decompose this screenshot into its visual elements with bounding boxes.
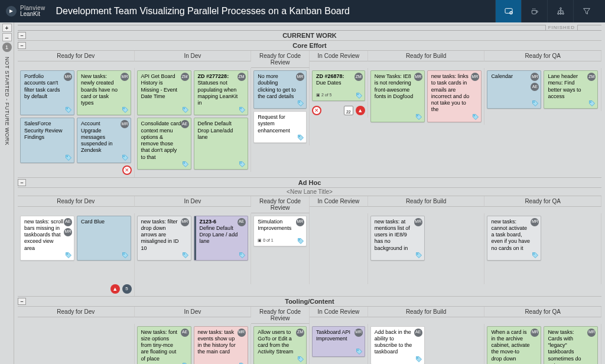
col-in-cr[interactable]: In Code Review xyxy=(310,307,368,317)
tag-icon[interactable] xyxy=(472,113,479,121)
sublane-tooling[interactable]: – Tooling/Content xyxy=(18,297,601,307)
collapse-toggle[interactable]: – xyxy=(18,179,26,186)
col-ready-dev[interactable]: Ready for Dev xyxy=(18,196,135,207)
tag-icon[interactable] xyxy=(356,92,363,99)
assignee-avatar[interactable]: ZM xyxy=(354,73,363,81)
tag-icon[interactable] xyxy=(356,348,363,355)
col-in-dev[interactable]: In Dev xyxy=(135,51,252,61)
assignee-avatar[interactable]: MR xyxy=(296,218,304,226)
col-ready-qa[interactable]: Ready for QA xyxy=(484,307,601,317)
tag-icon[interactable] xyxy=(182,252,189,259)
tag-icon[interactable] xyxy=(415,252,422,259)
tag-icon[interactable] xyxy=(122,252,129,259)
hierarchy-icon[interactable] xyxy=(547,0,573,22)
tag-icon[interactable] xyxy=(239,161,246,168)
cell-adhoc-icr[interactable] xyxy=(310,213,368,284)
kanban-card[interactable]: Consolidate card context menu options & … xyxy=(137,118,191,170)
kanban-card[interactable]: Lane header menu: Find better ways to ac… xyxy=(544,70,598,109)
rail-collapse-button[interactable]: – xyxy=(2,33,12,41)
assignee-avatar[interactable]: MR xyxy=(587,329,596,337)
col-ready-dev[interactable]: Ready for Dev xyxy=(18,307,135,317)
assignee-avatar[interactable]: MR xyxy=(354,329,363,337)
col-ready-qa[interactable]: Ready for QA xyxy=(484,196,601,207)
assignee-avatar[interactable]: MR xyxy=(181,218,189,226)
tag-icon[interactable] xyxy=(182,106,189,113)
assignee-avatar[interactable]: MR xyxy=(531,218,539,226)
cell-adhoc-rb[interactable]: new tasks: at mentions list of users in … xyxy=(368,213,485,284)
tag-icon[interactable] xyxy=(239,252,246,259)
rail-expand-button[interactable]: + xyxy=(2,24,12,32)
kanban-card[interactable]: Card Blue xyxy=(77,216,131,261)
swimlane-current-work[interactable]: – CURRENT WORK xyxy=(18,31,601,41)
kanban-card[interactable]: New tasks: Cards with "legacy" taskboard… xyxy=(544,326,598,365)
col-ready-dev[interactable]: Ready for Dev xyxy=(18,51,135,61)
collapse-toggle[interactable]: – xyxy=(18,298,26,305)
cell-adhoc-rq[interactable]: new tasks: cannot activate a task board,… xyxy=(484,213,601,284)
assignee-avatar[interactable]: MR xyxy=(64,228,72,236)
col-ready-build[interactable]: Ready for Build xyxy=(368,51,485,61)
tag-icon[interactable] xyxy=(415,356,422,363)
kanban-card[interactable]: When a card is in the archive cabinet, a… xyxy=(487,326,541,365)
assignee-avatar[interactable]: AE xyxy=(531,83,539,91)
kanban-card[interactable]: Taskboard API ImprovementMR xyxy=(312,326,365,357)
tag-icon[interactable] xyxy=(65,106,72,113)
kanban-card[interactable]: new tasks: cannot activate a task board,… xyxy=(487,216,541,261)
kanban-card[interactable]: new tasks: links to task cards in emails… xyxy=(427,70,482,122)
tag-icon[interactable] xyxy=(532,252,539,259)
cell-tooling-rq[interactable]: When a card is in the archive cabinet, a… xyxy=(484,324,601,365)
tag-icon[interactable] xyxy=(532,100,539,107)
backlog-label[interactable]: NOT STARTED - FUTURE WORK xyxy=(4,57,10,145)
kanban-card[interactable]: CalendarMRAE xyxy=(487,70,541,109)
calendar-icon[interactable]: 22 xyxy=(344,106,353,115)
assignee-avatar[interactable]: MR xyxy=(414,218,422,226)
kanban-card[interactable]: ZD #277228:Statuses not populating when … xyxy=(194,70,248,115)
cell-core-rd[interactable]: Portfolio accounts can't filter task car… xyxy=(18,68,135,165)
sublane-adhoc[interactable]: – Ad Hoc xyxy=(18,178,601,188)
kanban-card[interactable]: SalesForce Security Review Findings xyxy=(20,118,74,162)
assignee-avatar[interactable]: AE xyxy=(64,218,72,226)
tag-icon[interactable] xyxy=(239,106,246,113)
cell-core-rb[interactable]: New Tasks: IE8 is not rendering front-aw… xyxy=(368,68,485,125)
assignee-avatar[interactable]: ZM xyxy=(238,73,246,81)
cell-core-rq[interactable]: CalendarMRAELane header menu: Find bette… xyxy=(484,68,601,111)
collapse-toggle[interactable]: – xyxy=(18,42,26,49)
col-in-dev[interactable]: In Dev xyxy=(135,307,252,317)
cell-adhoc-rcr[interactable]: Simulation ImprovementsMR▣ 0 of 1 xyxy=(251,213,310,284)
assignee-avatar[interactable]: MR xyxy=(414,73,422,81)
kanban-card[interactable]: Add back in the ability to subscribe to … xyxy=(370,326,425,365)
assignee-avatar[interactable]: MR xyxy=(121,73,129,81)
col-ready-cr[interactable]: Ready for Code Review xyxy=(251,51,310,68)
assignee-avatar[interactable]: MR xyxy=(238,329,246,337)
kanban-card[interactable]: Simulation ImprovementsMR▣ 0 of 1 xyxy=(253,216,307,246)
kanban-card[interactable]: Z123-6Define Default Drop Lane / add lan… xyxy=(194,216,248,261)
tag-icon[interactable] xyxy=(415,113,422,121)
kanban-card[interactable]: Define Default Drop Lane/add lane xyxy=(194,118,248,170)
blocked-icon[interactable]: ✕ xyxy=(312,106,321,115)
tag-icon[interactable] xyxy=(65,252,72,259)
cell-adhoc-id[interactable]: new tasks: filter drop down arrows are m… xyxy=(135,213,252,284)
cell-tooling-icr[interactable]: Taskboard API ImprovementMR xyxy=(310,324,368,365)
priority-up-icon[interactable]: ▲ xyxy=(356,106,365,115)
add-card-button[interactable] xyxy=(495,0,521,22)
kanban-card[interactable]: new tasks: at mentions list of users in … xyxy=(370,216,425,261)
new-lane-placeholder[interactable]: <New Lane Title> xyxy=(18,188,601,196)
filter-icon[interactable] xyxy=(573,0,599,22)
priority-up-icon[interactable]: ▲ xyxy=(110,284,120,294)
assignee-avatar[interactable]: MR xyxy=(296,73,304,81)
assignee-avatar[interactable]: ZM xyxy=(587,73,596,81)
cell-core-rcr[interactable]: No more doubling clicking to get to the … xyxy=(251,68,310,145)
finished-lane-label[interactable]: FINISHED xyxy=(545,25,578,30)
col-ready-cr[interactable]: Ready for Code Review xyxy=(251,307,310,324)
cell-core-id[interactable]: API Get Board History is Missing - Event… xyxy=(135,68,252,172)
kanban-card[interactable]: Portfolio accounts can't filter task car… xyxy=(20,70,74,115)
coffee-icon[interactable] xyxy=(521,0,547,22)
assignee-avatar[interactable]: ZM xyxy=(296,329,304,337)
col-ready-build[interactable]: Ready for Build xyxy=(368,196,485,207)
cell-tooling-rcr[interactable]: Allow users to GoTo or Edit a card from … xyxy=(251,324,310,365)
kanban-card[interactable]: Account Upgrade messages suspended in Ze… xyxy=(77,118,131,162)
tag-icon[interactable] xyxy=(297,356,304,363)
col-in-cr[interactable]: In Code Review xyxy=(310,196,368,207)
kanban-card[interactable]: Request for system enhancement xyxy=(253,111,307,143)
kanban-card[interactable]: No more doubling clicking to get to the … xyxy=(253,70,307,109)
col-ready-cr[interactable]: Ready for Code Review xyxy=(251,196,310,213)
